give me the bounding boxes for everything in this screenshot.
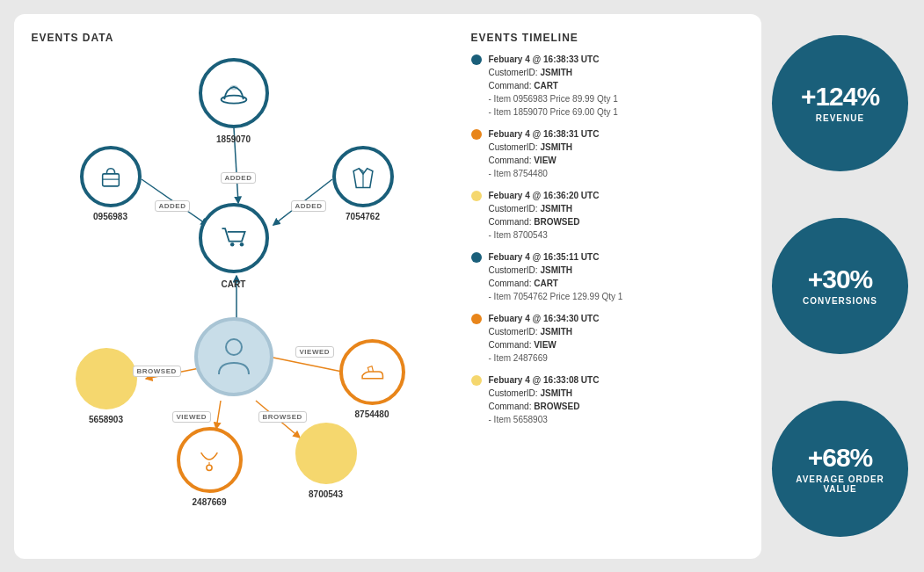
timeline-event-2: Febuary 4 @ 16:36:20 UTC CustomerID: JSM… (471, 189, 744, 242)
revenue-value: +124% (801, 83, 879, 110)
svg-rect-12 (102, 173, 119, 185)
bag-node: 0956983 (80, 146, 142, 207)
necklace-node-label: 2487669 (193, 497, 227, 507)
necklace-icon (197, 447, 222, 472)
timeline-dot (471, 129, 482, 140)
events-data-section: EVENTS DATA (32, 32, 454, 541)
svg-line-5 (269, 357, 346, 373)
aov-label: AVERAGE ORDER VALUE (772, 474, 908, 494)
timeline-event-4: Febuary 4 @ 16:34:30 UTC CustomerID: JSM… (471, 312, 744, 365)
cart-node: CART (199, 203, 269, 273)
revenue-label: REVENUE (807, 113, 873, 123)
conversions-label: CONVERSIONS (794, 296, 886, 306)
timeline-text: Febuary 4 @ 16:38:31 UTC CustomerID: JSM… (489, 127, 600, 180)
timeline-text: Febuary 4 @ 16:36:20 UTC CustomerID: JSM… (489, 189, 600, 242)
person-icon (212, 335, 256, 379)
shoe-node-label: 8754480 (355, 409, 389, 419)
events-timeline-section: EVENTS TIMELINE Febuary 4 @ 16:38:33 UTC… (454, 32, 744, 541)
viewed-shoe-label: VIEWED (295, 346, 335, 358)
timeline-text: Febuary 4 @ 16:33:08 UTC CustomerID: JSM… (489, 373, 600, 426)
yellow-right-label: 8700543 (309, 489, 343, 499)
main-container: EVENTS DATA (14, 14, 911, 559)
timeline-dot (471, 252, 482, 263)
svg-point-9 (239, 242, 244, 246)
svg-point-8 (229, 242, 234, 246)
right-panel: +124% REVENUE +30% CONVERSIONS +68% AVER… (770, 14, 911, 559)
shoe-icon (360, 359, 384, 384)
yellow-right-node: 8700543 (295, 423, 357, 484)
left-content: EVENTS DATA (32, 32, 744, 541)
timeline-container: Febuary 4 @ 16:38:33 UTC CustomerID: JSM… (471, 53, 744, 426)
timeline-dot (471, 314, 482, 324)
jacket-icon (351, 164, 375, 189)
timeline-event-0: Febuary 4 @ 16:38:33 UTC CustomerID: JSM… (471, 53, 744, 119)
viewed-necklace-label: VIEWED (172, 411, 212, 423)
aov-value: +68% (808, 445, 873, 471)
jacket-node: 7054762 (332, 146, 394, 207)
timeline-event-1: Febuary 4 @ 16:38:31 UTC CustomerID: JSM… (471, 127, 744, 180)
svg-point-11 (229, 85, 237, 90)
yellow-left-node: 5658903 (76, 348, 137, 409)
timeline-text: Febuary 4 @ 16:35:11 UTC CustomerID: JSM… (489, 250, 623, 303)
svg-point-14 (226, 339, 242, 355)
events-timeline-title: EVENTS TIMELINE (471, 32, 744, 44)
timeline-text: Febuary 4 @ 16:38:33 UTC CustomerID: JSM… (489, 53, 618, 119)
jacket-added-label: ADDED (291, 200, 327, 212)
timeline-text: Febuary 4 @ 16:34:30 UTC CustomerID: JSM… (489, 312, 600, 365)
hat-node: 1859070 (199, 58, 269, 128)
hat-node-label: 1859070 (216, 134, 251, 144)
shoe-node: 8754480 (339, 339, 405, 405)
hat-added-label: ADDED (221, 172, 257, 184)
necklace-node: 2487669 (177, 427, 243, 493)
person-node (194, 317, 273, 396)
bag-icon (98, 164, 123, 189)
conversions-value: +30% (808, 266, 873, 293)
metric-conversions: +30% CONVERSIONS (772, 218, 908, 354)
timeline-dot (471, 191, 482, 201)
events-data-title: EVENTS DATA (32, 32, 454, 44)
yellow-left-label: 5658903 (89, 415, 123, 424)
left-panel: EVENTS DATA (14, 14, 761, 559)
svg-line-6 (216, 401, 221, 429)
timeline-event-3: Febuary 4 @ 16:35:11 UTC CustomerID: JSM… (471, 250, 744, 303)
jacket-node-label: 7054762 (346, 212, 380, 221)
metric-aov: +68% AVERAGE ORDER VALUE (772, 401, 908, 537)
bag-added-label: ADDED (155, 200, 191, 212)
timeline-event-5: Febuary 4 @ 16:33:08 UTC CustomerID: JSM… (471, 373, 744, 426)
cart-icon (218, 222, 250, 254)
cart-node-label: CART (222, 279, 246, 289)
browsed-right-label: BROWSED (258, 411, 307, 423)
timeline-dot (471, 54, 482, 65)
hat-icon (218, 77, 250, 109)
timeline-dot (471, 375, 482, 386)
browsed-left-label: BROWSED (133, 366, 181, 377)
svg-point-15 (207, 465, 212, 470)
metric-revenue: +124% REVENUE (772, 35, 908, 171)
bag-node-label: 0956983 (93, 212, 127, 221)
